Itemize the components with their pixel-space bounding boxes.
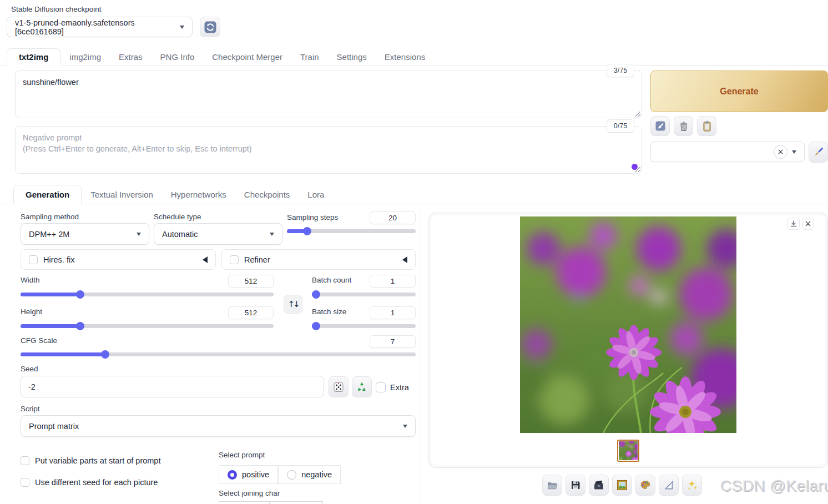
batch-size-slider[interactable]	[312, 322, 416, 330]
save-image-button[interactable]	[566, 475, 585, 496]
paste-generation-params-button[interactable]	[650, 116, 670, 136]
slider-fill	[21, 324, 80, 328]
clear-prompt-button[interactable]	[674, 116, 693, 136]
width-value[interactable]	[228, 275, 274, 288]
apply-styles-button[interactable]	[697, 116, 716, 136]
folder-icon	[546, 480, 558, 491]
radio-negative[interactable]: negative	[278, 465, 341, 484]
joining-char-option[interactable]	[219, 501, 270, 504]
open-folder-button[interactable]	[542, 475, 562, 496]
resize-handle[interactable]	[635, 112, 640, 117]
styles-dropdown[interactable]	[650, 142, 805, 162]
radio-positive[interactable]: positive	[219, 465, 278, 484]
chevron-down-icon	[137, 233, 141, 236]
hires-fix-accordion[interactable]: Hires. fix	[21, 249, 216, 270]
prompt-input[interactable]: sunshine/flower	[15, 70, 642, 118]
batch-count-value[interactable]	[370, 275, 416, 288]
height-value[interactable]	[228, 306, 274, 319]
hires-fix-label: Hires. fix	[43, 255, 74, 264]
tab-txt2img[interactable]: txt2img	[7, 48, 60, 65]
refiner-checkbox[interactable]	[230, 255, 239, 264]
chevron-down-icon	[180, 26, 184, 29]
hires-fix-checkbox[interactable]	[29, 255, 38, 264]
sampling-steps-slider[interactable]	[287, 227, 416, 235]
reuse-seed-button[interactable]	[352, 376, 372, 397]
download-image-button[interactable]	[787, 218, 800, 230]
schedule-type-dropdown[interactable]: Automatic	[154, 223, 282, 245]
tab-checkpoint-merger[interactable]: Checkpoint Merger	[203, 49, 291, 65]
seed-label: Seed	[21, 365, 38, 373]
close-icon	[805, 220, 811, 227]
joining-char-option[interactable]	[270, 501, 323, 504]
file-box-icon	[593, 480, 605, 491]
refiner-accordion[interactable]: Refiner	[221, 249, 416, 270]
tab-img2img[interactable]: img2img	[60, 49, 110, 65]
different-seed-checkbox[interactable]	[21, 478, 29, 487]
refresh-icon	[204, 21, 217, 34]
slider-thumb[interactable]	[76, 322, 84, 330]
extra-seed-checkbox[interactable]	[376, 382, 386, 392]
cfg-scale-slider[interactable]	[21, 350, 416, 359]
save-zip-button[interactable]	[589, 475, 609, 496]
batch-count-slider[interactable]	[312, 290, 416, 299]
tab-checkpoints[interactable]: Checkpoints	[235, 185, 299, 204]
swap-arrows-icon: ↑↓	[287, 299, 298, 309]
send-to-img2img-button[interactable]	[612, 475, 632, 496]
trash-icon	[678, 120, 689, 132]
negative-prompt-input[interactable]	[15, 126, 642, 174]
thumbnail-image	[619, 441, 638, 460]
script-value: Prompt matrix	[29, 422, 79, 431]
slider-thumb[interactable]	[76, 290, 84, 299]
cfg-scale-label: CFG Scale	[21, 336, 57, 345]
joining-char-group	[219, 501, 323, 504]
gallery-thumbnail[interactable]	[617, 440, 639, 462]
slider-track[interactable]	[312, 324, 416, 328]
tab-hypernetworks[interactable]: Hypernetworks	[162, 185, 235, 204]
slider-fill	[21, 352, 105, 356]
send-to-extras-button[interactable]	[659, 475, 679, 496]
generated-image[interactable]	[520, 216, 736, 433]
tab-train[interactable]: Train	[291, 49, 328, 65]
dice-icon	[332, 381, 345, 393]
batch-size-label: Batch size	[312, 308, 346, 316]
tab-extras[interactable]: Extras	[110, 49, 152, 65]
sampling-steps-value[interactable]	[370, 211, 416, 224]
close-image-button[interactable]	[802, 218, 814, 230]
select-prompt-radio-group: positive negative	[219, 465, 341, 484]
slider-thumb[interactable]	[312, 322, 320, 330]
triangular-ruler-icon	[663, 480, 675, 491]
send-to-inpaint-button[interactable]	[635, 475, 655, 496]
swap-dimensions-button[interactable]: ↑↓	[284, 295, 302, 314]
generate-button[interactable]: Generate	[650, 70, 828, 112]
resize-handle[interactable]	[635, 167, 640, 172]
edit-styles-button[interactable]	[809, 142, 828, 163]
sampling-method-dropdown[interactable]: DPM++ 2M	[21, 223, 149, 245]
clear-styles-icon[interactable]	[774, 145, 787, 159]
tab-png-info[interactable]: PNG Info	[152, 49, 204, 65]
arrow-down-left-icon	[655, 120, 666, 132]
batch-size-value[interactable]	[370, 306, 416, 319]
tab-textual-inversion[interactable]: Textual Inversion	[82, 185, 162, 204]
tab-generation[interactable]: Generation	[13, 185, 82, 204]
cfg-scale-value[interactable]	[370, 335, 416, 348]
slider-thumb[interactable]	[101, 350, 109, 359]
put-variable-parts-checkbox[interactable]	[21, 456, 29, 465]
slider-track[interactable]	[312, 293, 416, 296]
script-dropdown[interactable]: Prompt matrix	[21, 415, 416, 437]
tab-settings[interactable]: Settings	[328, 49, 376, 65]
slider-thumb[interactable]	[312, 290, 320, 299]
tab-extensions[interactable]: Extensions	[376, 49, 434, 65]
upscale-button[interactable]	[682, 475, 702, 496]
random-seed-button[interactable]	[329, 376, 349, 397]
sampling-steps-label: Sampling steps	[287, 213, 338, 221]
refresh-checkpoints-button[interactable]	[200, 17, 220, 37]
checkpoint-dropdown[interactable]: v1-5-pruned-emaonly.safetensors [6ce0161…	[7, 17, 193, 37]
height-slider[interactable]	[21, 322, 274, 330]
collapse-arrow-icon	[402, 256, 407, 263]
different-seed-row: Use different seed for each picture	[21, 478, 158, 487]
seed-input[interactable]	[21, 376, 324, 397]
tab-lora[interactable]: Lora	[299, 185, 333, 204]
width-slider[interactable]	[21, 290, 274, 299]
slider-thumb[interactable]	[303, 227, 311, 235]
schedule-type-label: Schedule type	[154, 213, 201, 221]
